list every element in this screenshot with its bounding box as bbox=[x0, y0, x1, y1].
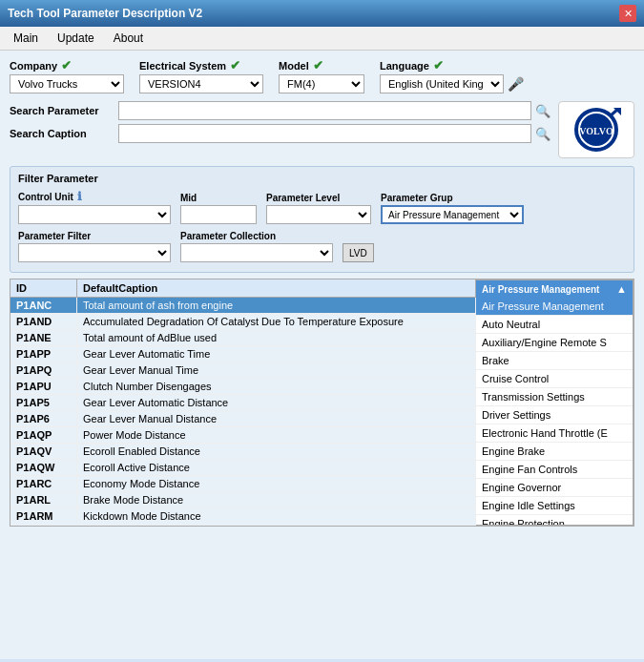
electrical-label: Electrical System ✔ bbox=[139, 58, 263, 72]
table-row[interactable]: P1AP6 Gear Lever Manual Distance bbox=[10, 411, 476, 427]
logo-container: VOLVO bbox=[558, 101, 634, 158]
table-row[interactable]: P1APP Gear Lever Automatic Time bbox=[10, 346, 476, 362]
table-header: ID DefaultCaption bbox=[10, 279, 476, 298]
td-id: P1AP5 bbox=[10, 395, 77, 410]
table-row[interactable]: P1APQ Gear Lever Manual Time bbox=[10, 362, 476, 379]
search-caption-input[interactable] bbox=[118, 124, 531, 143]
td-id: P1AQW bbox=[10, 460, 77, 475]
language-select[interactable]: English (United Kingdom)SwedishGerman bbox=[380, 74, 504, 93]
menu-bar: Main Update About bbox=[0, 27, 644, 51]
model-group: Model ✔ FM(4)FH(4)FL(4) bbox=[279, 58, 364, 93]
td-id: P1ANC bbox=[10, 298, 77, 313]
table-body: P1ANC Total amount of ash from engine P1… bbox=[10, 298, 476, 521]
dropdown-item[interactable]: Engine Fan Controls bbox=[476, 461, 633, 479]
td-caption: Ecoroll Active Distance bbox=[77, 460, 476, 475]
dropdown-item[interactable]: Engine Brake bbox=[476, 443, 633, 461]
electrical-select[interactable]: VERSION4VERSION3VERSION2 bbox=[139, 74, 263, 93]
volvo-logo: VOLVO bbox=[568, 106, 625, 154]
td-id: P1AND bbox=[10, 314, 77, 329]
dropdown-item[interactable]: Auto Neutral bbox=[476, 316, 633, 334]
menu-about[interactable]: About bbox=[108, 29, 149, 48]
td-id: P1AP6 bbox=[10, 411, 77, 426]
control-unit-group: Control Unit ℹ bbox=[18, 190, 171, 224]
td-caption: Economy Mode Distance bbox=[77, 476, 476, 491]
dropdown-item[interactable]: Engine Idle Settings bbox=[476, 497, 633, 515]
mid-input[interactable] bbox=[180, 205, 257, 224]
dropdown-item[interactable]: Cruise Control bbox=[476, 370, 633, 388]
search-logo-row: Search Parameter 🔍 Search Caption 🔍 VOLV… bbox=[10, 101, 634, 158]
param-filter-select[interactable] bbox=[18, 243, 171, 262]
table-row[interactable]: P1ARM Kickdown Mode Distance bbox=[10, 508, 476, 521]
electrical-check-icon: ✔ bbox=[230, 58, 240, 72]
company-select[interactable]: Volvo TrucksRenault Trucks bbox=[10, 74, 124, 93]
table-row[interactable]: P1ARC Economy Mode Distance bbox=[10, 476, 476, 492]
dropdown-item[interactable]: Driver Settings bbox=[476, 406, 633, 424]
td-id: P1ARM bbox=[10, 508, 77, 521]
dropdown-close-icon[interactable]: ▲ bbox=[616, 283, 627, 295]
td-caption: Total amount of ash from engine bbox=[77, 298, 476, 313]
th-id: ID bbox=[10, 279, 77, 297]
param-grup-select[interactable]: Air Pressure ManagementAuto NeutralAuxil… bbox=[381, 205, 524, 224]
table-row[interactable]: P1ANC Total amount of ash from engine bbox=[10, 298, 476, 314]
filter-row-2: Parameter Filter Parameter Collection LV… bbox=[18, 228, 626, 262]
search-parameter-button[interactable]: 🔍 bbox=[535, 104, 551, 118]
param-collection-select[interactable] bbox=[180, 243, 333, 262]
menu-main[interactable]: Main bbox=[8, 29, 44, 48]
td-caption: Power Mode Distance bbox=[77, 427, 476, 443]
dropdown-item[interactable]: Electronic Hand Throttle (E bbox=[476, 424, 633, 443]
param-level-group: Parameter Level bbox=[266, 193, 371, 224]
close-button[interactable]: ✕ bbox=[619, 5, 636, 22]
dropdown-item[interactable]: Air Pressure Management bbox=[476, 298, 633, 316]
param-level-select[interactable] bbox=[266, 205, 371, 224]
company-label: Company ✔ bbox=[10, 58, 124, 72]
dropdown-item[interactable]: Transmission Settings bbox=[476, 388, 633, 406]
td-caption: Gear Lever Automatic Time bbox=[77, 346, 476, 362]
table-row[interactable]: P1APU Clutch Number Disengages bbox=[10, 379, 476, 395]
dropdown-item[interactable]: Auxiliary/Engine Remote S bbox=[476, 334, 633, 352]
model-label: Model ✔ bbox=[279, 58, 364, 72]
td-caption: Accumulated Degradation Of Catalyst Due … bbox=[77, 314, 476, 329]
search-parameter-input[interactable] bbox=[118, 101, 531, 120]
dropdown-item[interactable]: Engine Governor bbox=[476, 479, 633, 497]
search-parameter-label: Search Parameter bbox=[10, 105, 114, 116]
menu-update[interactable]: Update bbox=[52, 29, 100, 48]
dropdown-panel: Air Pressure Management ▲ Air Pressure M… bbox=[476, 279, 634, 526]
td-id: P1APU bbox=[10, 379, 77, 394]
table-row[interactable]: P1AQV Ecoroll Enabled Distance bbox=[10, 444, 476, 460]
table-row[interactable]: P1AQW Ecoroll Active Distance bbox=[10, 460, 476, 476]
filter-title: Filter Parameter bbox=[18, 173, 626, 184]
main-table: ID DefaultCaption P1ANC Total amount of … bbox=[10, 279, 476, 526]
td-caption: Kickdown Mode Distance bbox=[77, 508, 476, 521]
td-caption: Brake Mode Distance bbox=[77, 492, 476, 507]
window-title: Tech Tool Parameter Description V2 bbox=[8, 7, 202, 20]
main-content: Company ✔ Volvo TrucksRenault Trucks Ele… bbox=[0, 51, 644, 659]
td-id: P1ANE bbox=[10, 330, 77, 345]
param-grup-group: Parameter Grup Air Pressure ManagementAu… bbox=[381, 193, 524, 224]
td-id: P1AQV bbox=[10, 444, 77, 459]
lvd-button[interactable]: LVD bbox=[343, 243, 374, 262]
model-select[interactable]: FM(4)FH(4)FL(4) bbox=[279, 74, 364, 93]
search-caption-button[interactable]: 🔍 bbox=[535, 127, 551, 141]
svg-line-3 bbox=[610, 110, 617, 116]
dropdown-items-container: Air Pressure ManagementAuto NeutralAuxil… bbox=[476, 298, 633, 526]
td-caption: Clutch Number Disengages bbox=[77, 379, 476, 394]
param-collection-label: Parameter Collection bbox=[180, 231, 333, 241]
table-row[interactable]: P1ANE Total amount of AdBlue used bbox=[10, 330, 476, 346]
search-section: Search Parameter 🔍 Search Caption 🔍 bbox=[10, 101, 551, 158]
control-unit-select[interactable] bbox=[18, 205, 171, 224]
table-area: ID DefaultCaption P1ANC Total amount of … bbox=[10, 279, 634, 527]
table-row[interactable]: P1ARL Brake Mode Distance bbox=[10, 492, 476, 508]
table-row[interactable]: P1AP5 Gear Lever Automatic Distance bbox=[10, 395, 476, 411]
td-id: P1AQP bbox=[10, 427, 77, 443]
dropdown-item[interactable]: Brake bbox=[476, 352, 633, 370]
search-caption-row: Search Caption 🔍 bbox=[10, 124, 551, 143]
table-row[interactable]: P1AQP Power Mode Distance bbox=[10, 427, 476, 444]
company-check-icon: ✔ bbox=[61, 58, 72, 72]
search-parameter-row: Search Parameter 🔍 bbox=[10, 101, 551, 120]
title-bar: Tech Tool Parameter Description V2 ✕ bbox=[0, 0, 644, 27]
td-caption: Total amount of AdBlue used bbox=[77, 330, 476, 345]
table-row[interactable]: P1AND Accumulated Degradation Of Catalys… bbox=[10, 314, 476, 330]
mid-group: Mid bbox=[180, 193, 257, 224]
dropdown-item[interactable]: Engine Protection bbox=[476, 515, 633, 526]
td-id: P1ARC bbox=[10, 476, 77, 491]
